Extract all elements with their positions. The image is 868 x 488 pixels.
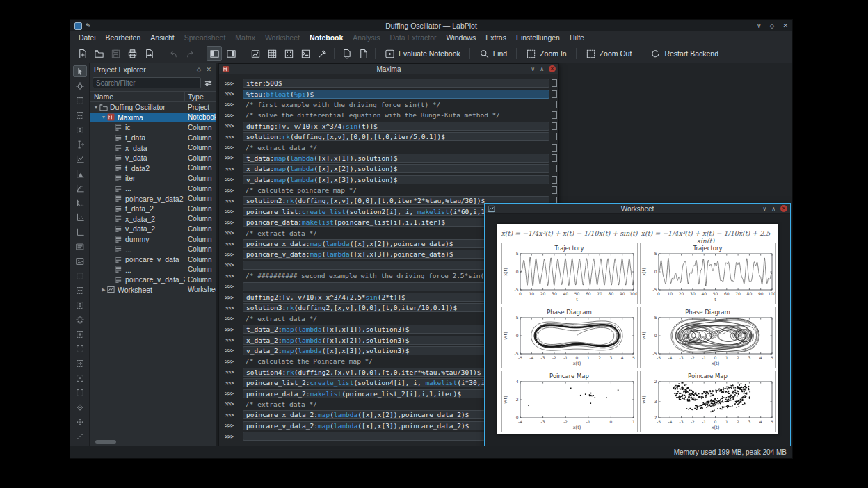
maximize-icon[interactable]: ◇ bbox=[770, 22, 775, 29]
fold-marker[interactable] bbox=[552, 79, 557, 87]
zoom-out-region-icon[interactable] bbox=[73, 299, 87, 311]
pin-icon[interactable]: ✎ bbox=[86, 22, 91, 29]
zoom-x-select-icon[interactable] bbox=[73, 109, 87, 121]
menu-notebook[interactable]: Notebook bbox=[305, 32, 347, 43]
tree-row-x_data[interactable]: x_dataColumn bbox=[90, 143, 216, 153]
zoom-y-select-icon[interactable] bbox=[73, 124, 87, 136]
zoom-in-button[interactable]: Zoom In bbox=[521, 47, 572, 61]
maxima-line-6[interactable]: >>>solution:rk(duffing,[x,v],[0,0],[t,0,… bbox=[225, 131, 557, 142]
code-field[interactable]: iter:500$ bbox=[243, 79, 549, 88]
tree-row-dummy[interactable]: dummyColumn bbox=[90, 234, 216, 245]
tree-row-v_data_2[interactable]: v_data_2Column bbox=[90, 224, 216, 234]
fold-marker[interactable] bbox=[552, 154, 557, 162]
shift-left-icon[interactable] bbox=[73, 343, 87, 355]
open-project-button[interactable] bbox=[91, 46, 106, 61]
code-field[interactable]: t_data:map(lambda([x],x[1]),solution)$ bbox=[243, 154, 549, 163]
select-cursor-icon[interactable] bbox=[73, 65, 87, 77]
maxima-line-1[interactable]: >>>iter:500$ bbox=[225, 78, 557, 88]
plot-phase-diagram-2[interactable]: Phase Diagram-5-4-3-2-1012345-505x(t)v(t… bbox=[640, 307, 776, 368]
tree-row-v_data[interactable]: v_dataColumn bbox=[90, 153, 216, 163]
maxima-line-10[interactable]: >>>v_data:map(lambda([x],x[3]),solution)… bbox=[225, 174, 557, 185]
menu-hilfe[interactable]: Hilfe bbox=[565, 32, 588, 43]
fold-marker[interactable] bbox=[552, 111, 557, 119]
maxima-line-2[interactable]: >>>%tau:bfloat(%pi)$ bbox=[225, 88, 557, 99]
dock-close-icon[interactable]: ✕ bbox=[206, 66, 211, 73]
column-header-type[interactable]: Type bbox=[185, 92, 216, 101]
filter-options-icon[interactable] bbox=[204, 79, 213, 88]
menu-bearbeiten[interactable]: Bearbeiten bbox=[102, 32, 145, 43]
insert-text-icon[interactable] bbox=[73, 138, 87, 150]
print-preview-button[interactable] bbox=[141, 46, 156, 61]
plot-phase-diagram-1[interactable]: Phase Diagram-5-4-3-2-1012345-505x(t)v(t… bbox=[501, 307, 638, 368]
evaluate-notebook-button[interactable]: Evaluate Notebook bbox=[380, 47, 465, 61]
add-axis-icon[interactable] bbox=[73, 197, 87, 209]
plot-trajectory-1[interactable]: Trajectory0102030405060708090100-505tx(t… bbox=[501, 243, 638, 304]
add-axis-plain-icon[interactable] bbox=[73, 226, 87, 238]
collapse-icon[interactable]: ▼ bbox=[100, 115, 107, 120]
comment-text[interactable]: /* calculate poincare map */ bbox=[243, 186, 549, 195]
shift-down-icon[interactable] bbox=[73, 387, 87, 398]
comment-text[interactable]: /* extract data */ bbox=[243, 143, 549, 152]
zoom-out-button[interactable]: Zoom Out bbox=[581, 47, 637, 61]
tree-row-t_data_2[interactable]: t_data_2Column bbox=[90, 204, 216, 214]
add-image-icon[interactable] bbox=[73, 255, 87, 267]
code-field[interactable]: v_data:map(lambda([x],x[3]),solution)$ bbox=[243, 175, 549, 184]
code-field[interactable]: %tau:bfloat(%pi)$ bbox=[243, 90, 549, 99]
fold-marker[interactable] bbox=[552, 176, 557, 184]
window-titlebar[interactable]: ✎ Duffing Oscillator — LabPlot ∨ ◇ ✕ bbox=[70, 20, 792, 31]
tree-row-poincare_v_data[interactable]: poincare_v_dataColumn bbox=[90, 254, 216, 265]
print-button[interactable] bbox=[124, 46, 140, 61]
maxima-line-9[interactable]: >>>x_data:map(lambda([x],x[2]),solution)… bbox=[225, 163, 557, 174]
worksheet-titlebar[interactable]: Worksheet ∨ ∧ ✕ bbox=[485, 204, 790, 214]
menu-windows[interactable]: Windows bbox=[442, 32, 481, 43]
restart-backend-button[interactable]: Restart Backend bbox=[645, 47, 723, 61]
tree-row-[interactable]: ...Column bbox=[90, 184, 216, 194]
fold-marker[interactable] bbox=[552, 144, 557, 152]
menu-datei[interactable]: Datei bbox=[74, 32, 100, 43]
new-spreadsheet-button[interactable] bbox=[264, 46, 280, 61]
menu-einstellungen[interactable]: Einstellungen bbox=[512, 32, 564, 43]
find-button[interactable]: Find bbox=[474, 47, 512, 61]
comment-text[interactable]: /* solve the differential equation with … bbox=[243, 111, 549, 120]
add-curve-icon[interactable] bbox=[73, 153, 87, 165]
zoom-in-region-icon[interactable] bbox=[73, 270, 87, 282]
plot-trajectory-2[interactable]: Trajectory0102030405060708090100-505tx(t… bbox=[640, 243, 776, 304]
float-icon[interactable]: ◇ bbox=[197, 66, 202, 73]
tree-row-iter[interactable]: iterColumn bbox=[90, 173, 216, 184]
tree-row-[interactable]: ...Column bbox=[90, 244, 216, 254]
add-legend-icon[interactable] bbox=[73, 241, 87, 252]
shift-up-icon[interactable] bbox=[73, 372, 87, 384]
fold-marker[interactable] bbox=[552, 90, 557, 98]
minimize-icon[interactable]: ∨ bbox=[762, 206, 766, 212]
shift-right-icon[interactable] bbox=[73, 357, 87, 369]
worksheet-view[interactable]: ẍ(t) = −1/4x³(t) + x(t) − 1/10ẋ(t) + sin… bbox=[485, 214, 790, 446]
fold-marker[interactable] bbox=[552, 133, 557, 140]
plot-poincare-map-1[interactable]: Poincare Map-4-3-2-101024x(t)v(t) bbox=[501, 371, 638, 432]
tree-row-maxima[interactable]: ▼MaximaNotebook bbox=[90, 113, 216, 123]
worksheet-subwindow[interactable]: Worksheet ∨ ∧ ✕ ẍ(t) = −1/4x³(t) + x(t) … bbox=[484, 203, 791, 446]
plot-poincare-map-2[interactable]: Poincare Map-5-4-3-2-10123452-3-7x(t)v(t… bbox=[640, 371, 776, 432]
break-axis-icon[interactable] bbox=[73, 430, 87, 442]
tree-row-x_data_2[interactable]: x_data_2Column bbox=[90, 214, 216, 225]
maxima-line-8[interactable]: >>>t_data:map(lambda([x],x[1]),solution)… bbox=[225, 153, 557, 163]
data-extractor-button[interactable] bbox=[314, 46, 330, 61]
fold-marker[interactable] bbox=[552, 186, 557, 194]
fold-marker[interactable] bbox=[552, 101, 557, 108]
new-notebook-button[interactable] bbox=[298, 46, 313, 61]
fold-marker[interactable] bbox=[552, 165, 557, 172]
zoom-out-y-icon[interactable] bbox=[73, 416, 87, 428]
new-worksheet-button[interactable] bbox=[248, 46, 263, 61]
new-matrix-button[interactable] bbox=[281, 46, 296, 61]
auto-scale-x-icon[interactable] bbox=[73, 328, 87, 340]
maximize-icon[interactable]: ∧ bbox=[540, 66, 544, 72]
add-fit-icon[interactable] bbox=[73, 182, 87, 194]
horizontal-scrollbar[interactable] bbox=[95, 440, 116, 444]
toggle-properties-button[interactable] bbox=[223, 46, 239, 61]
maxima-line-4[interactable]: >>>/* solve the differential equation wi… bbox=[225, 110, 557, 120]
tree-row-poincare_v_data_2[interactable]: poincare_v_data_2Column bbox=[90, 275, 216, 285]
fold-marker[interactable] bbox=[552, 122, 557, 130]
auto-scale-icon[interactable] bbox=[73, 314, 87, 325]
code-field[interactable]: duffing:[v,-v/10+x-x^3/4+sin(t)]$ bbox=[243, 122, 549, 131]
close-icon[interactable]: ✕ bbox=[549, 65, 556, 72]
tree-row-ic[interactable]: icColumn bbox=[90, 122, 216, 133]
